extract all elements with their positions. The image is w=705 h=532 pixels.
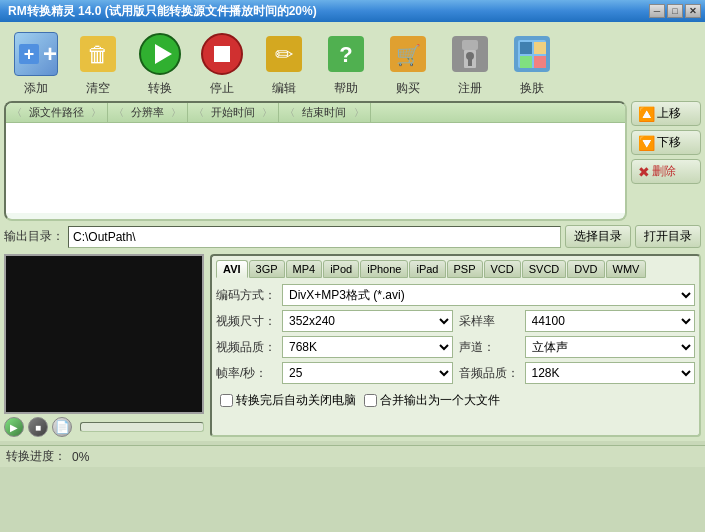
audio-qual-label: 音频品质： (459, 365, 519, 382)
svg-text:+: + (24, 44, 35, 64)
tab-wmv[interactable]: WMV (606, 260, 647, 278)
up-icon: 🔼 (638, 106, 655, 122)
help-icon: ? (324, 32, 368, 76)
encode-label: 编码方式： (216, 287, 276, 304)
col-resolution: 分辨率 (108, 103, 188, 122)
tab-ipad[interactable]: iPad (409, 260, 445, 278)
delete-button[interactable]: ✖ 删除 (631, 159, 701, 184)
svg-rect-23 (520, 56, 532, 68)
tab-svcd[interactable]: SVCD (522, 260, 567, 278)
svg-text:🗑: 🗑 (87, 42, 109, 67)
clear-button[interactable]: 🗑 清空 (68, 30, 128, 97)
svg-rect-24 (534, 56, 546, 68)
channel-select[interactable]: 立体声 单声道 (525, 336, 696, 358)
restore-button[interactable]: □ (667, 4, 683, 18)
output-label: 输出目录： (4, 228, 64, 245)
move-up-button[interactable]: 🔼 上移 (631, 101, 701, 126)
select-dir-button[interactable]: 选择目录 (565, 225, 631, 248)
open-dir-button[interactable]: 打开目录 (635, 225, 701, 248)
channel-label: 声道： (459, 339, 519, 356)
register-icon (448, 32, 492, 76)
file-list-area: 源文件路径 分辨率 开始时间 结束时间 🔼 上移 🔽 下 (4, 101, 701, 221)
skin-icon (510, 32, 554, 76)
video-qual-select[interactable]: 768K 512K 1024K (282, 336, 453, 358)
auto-close-label[interactable]: 转换完后自动关闭电脑 (220, 392, 356, 409)
add-button[interactable]: + 添加 (6, 30, 66, 97)
play-button[interactable]: ▶ (4, 417, 24, 437)
svg-rect-18 (468, 58, 472, 66)
encode-select[interactable]: DivX+MP3格式 (*.avi) XviD+MP3格式 (*.avi) (282, 284, 695, 306)
video-display (6, 256, 202, 412)
edit-icon: ✏ (262, 32, 306, 76)
audio-qual-select[interactable]: 128K 64K 192K (525, 362, 696, 384)
add-icon: + (14, 32, 58, 76)
svg-rect-15 (462, 40, 478, 50)
auto-close-checkbox[interactable] (220, 394, 233, 407)
file-list-body[interactable] (6, 123, 625, 213)
format-tabs: AVI 3GP MP4 iPod iPhone iPad PSP VCD SVC… (216, 260, 695, 278)
window-controls: ─ □ ✕ (649, 4, 701, 18)
video-size-label: 视频尺寸： (216, 313, 276, 330)
file-list-header: 源文件路径 分辨率 开始时间 结束时间 (6, 103, 625, 123)
svg-text:✏: ✏ (275, 42, 294, 67)
toolbar: + 添加 🗑 清空 转换 (4, 26, 701, 101)
settings-grid: 编码方式： DivX+MP3格式 (*.avi) XviD+MP3格式 (*.a… (216, 284, 695, 384)
svg-text:?: ? (339, 42, 352, 67)
merge-output-checkbox[interactable] (364, 394, 377, 407)
edit-button[interactable]: ✏ 编辑 (254, 30, 314, 97)
tab-vcd[interactable]: VCD (484, 260, 521, 278)
move-down-button[interactable]: 🔽 下移 (631, 130, 701, 155)
main-content: + 添加 🗑 清空 转换 (0, 22, 705, 441)
tab-3gp[interactable]: 3GP (249, 260, 285, 278)
tab-mp4[interactable]: MP4 (286, 260, 323, 278)
svg-text:🛒: 🛒 (396, 43, 421, 67)
col-source-path: 源文件路径 (6, 103, 108, 122)
tab-avi[interactable]: AVI (216, 260, 248, 278)
file-list-panel[interactable]: 源文件路径 分辨率 开始时间 结束时间 (4, 101, 627, 221)
tab-psp[interactable]: PSP (447, 260, 483, 278)
output-row: 输出目录： 选择目录 打开目录 (4, 225, 701, 248)
video-size-select[interactable]: 352x240 320x240 640x480 (282, 310, 453, 332)
preview-panel: ▶ ■ 📄 (4, 254, 204, 437)
window-title: RM转换精灵 14.0 (试用版只能转换源文件播放时间的20%) (4, 3, 317, 20)
down-icon: 🔽 (638, 135, 655, 151)
sample-rate-label: 采样率 (459, 313, 519, 330)
bottom-section: ▶ ■ 📄 AVI 3GP MP4 iPod iPhone iPad PSP V… (4, 254, 701, 437)
convert-progress-label: 转换进度： (6, 448, 66, 465)
preview-controls: ▶ ■ 📄 (4, 417, 204, 437)
col-end-time: 结束时间 (279, 103, 370, 122)
bottom-bar: 转换完后自动关闭电脑 合并输出为一个大文件 (216, 390, 695, 411)
sample-rate-select[interactable]: 44100 22050 (525, 310, 696, 332)
svg-rect-22 (534, 42, 546, 54)
stop-button[interactable]: 停止 (192, 30, 252, 97)
buy-icon: 🛒 (386, 32, 430, 76)
open-file-button[interactable]: 📄 (52, 417, 72, 437)
status-bar: 转换进度： 0% (0, 445, 705, 467)
tab-iphone[interactable]: iPhone (360, 260, 408, 278)
convert-button[interactable]: 转换 (130, 30, 190, 97)
progress-bar-container (80, 422, 204, 432)
convert-icon (138, 32, 182, 76)
fps-label: 帧率/秒： (216, 365, 276, 382)
delete-icon: ✖ (638, 164, 650, 180)
close-button[interactable]: ✕ (685, 4, 701, 18)
tab-dvd[interactable]: DVD (567, 260, 604, 278)
side-buttons: 🔼 上移 🔽 下移 ✖ 删除 (631, 101, 701, 221)
minimize-button[interactable]: ─ (649, 4, 665, 18)
help-button[interactable]: ? 帮助 (316, 30, 376, 97)
buy-button[interactable]: 🛒 购买 (378, 30, 438, 97)
settings-panel: AVI 3GP MP4 iPod iPhone iPad PSP VCD SVC… (210, 254, 701, 437)
col-start-time: 开始时间 (188, 103, 279, 122)
skin-button[interactable]: 换肤 (502, 30, 562, 97)
register-button[interactable]: 注册 (440, 30, 500, 97)
output-path-input[interactable] (68, 226, 561, 248)
merge-output-label[interactable]: 合并输出为一个大文件 (364, 392, 500, 409)
stop-icon (200, 32, 244, 76)
convert-progress-percent: 0% (72, 450, 89, 464)
video-qual-label: 视频品质： (216, 339, 276, 356)
title-bar: RM转换精灵 14.0 (试用版只能转换源文件播放时间的20%) ─ □ ✕ (0, 0, 705, 22)
stop-preview-button[interactable]: ■ (28, 417, 48, 437)
fps-select[interactable]: 25 24 30 (282, 362, 453, 384)
tab-ipod[interactable]: iPod (323, 260, 359, 278)
svg-rect-21 (520, 42, 532, 54)
